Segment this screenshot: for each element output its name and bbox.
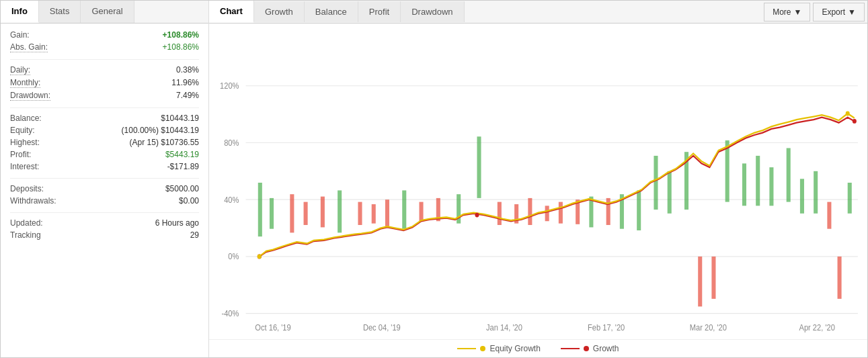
svg-rect-39 [637,190,641,230]
chart-legend: Equity Growth Growth [209,339,867,357]
chart-tab-chart[interactable]: Chart [209,1,254,23]
chart-tab-drawdown[interactable]: Drawdown [401,1,464,22]
equity-value: (100.00%) $10443.19 [122,126,199,135]
svg-point-59 [846,111,850,116]
svg-point-56 [475,213,479,218]
tab-stats[interactable]: Stats [39,1,81,23]
svg-rect-44 [711,257,715,299]
left-panel: Info Stats General Gain: +108.86% Abs. G… [1,1,209,357]
chevron-down-icon: ▼ [794,7,802,17]
tab-info[interactable]: Info [1,1,39,23]
svg-rect-30 [498,202,502,225]
monthly-value: 11.96% [171,78,199,88]
svg-rect-41 [668,171,672,214]
svg-rect-49 [787,148,791,202]
svg-rect-26 [419,202,423,222]
export-button[interactable]: Export ▼ [813,3,865,21]
svg-text:-40%: -40% [221,309,239,319]
svg-text:Mar 20, '20: Mar 20, '20 [690,322,727,332]
svg-rect-32 [528,198,532,225]
profit-value: $5443.19 [165,150,199,159]
legend-equity-growth: Equity Growth [457,344,540,353]
svg-rect-48 [769,167,773,206]
svg-rect-24 [385,199,389,226]
withdrawals-label: Withdrawals: [10,196,56,206]
svg-text:40%: 40% [224,195,239,205]
equity-label: Equity: [10,126,35,135]
tab-general[interactable]: General [81,1,134,23]
daily-value: 0.38% [176,65,199,75]
highest-label: Highest: [10,138,40,147]
svg-point-58 [258,254,262,259]
svg-rect-20 [321,197,325,228]
withdrawals-value: $0.00 [179,196,199,206]
chart-area: .grid-line { stroke: #e8e8e8; stroke-wid… [209,24,867,339]
right-panel: Chart Growth Balance Profit Drawdown Mor… [209,1,867,357]
svg-rect-50 [800,179,804,214]
svg-rect-54 [848,183,852,214]
monthly-label: Monthly: [10,78,40,88]
svg-text:0%: 0% [228,252,239,262]
daily-label: Daily: [10,65,30,75]
tracking-value: 29 [190,230,199,240]
svg-text:80%: 80% [224,138,239,148]
svg-rect-40 [654,156,658,210]
svg-rect-19 [304,202,308,225]
gain-value: +108.86% [163,30,199,40]
more-button[interactable]: More ▼ [764,3,810,21]
balance-value: $10443.19 [161,114,199,123]
equity-growth-label: Equity Growth [489,344,540,353]
tracking-label: Tracking [10,230,41,240]
svg-rect-29 [477,136,481,198]
svg-rect-47 [756,156,760,206]
svg-rect-53 [838,257,842,299]
svg-text:Dec 04, '19: Dec 04, '19 [363,322,401,332]
svg-rect-17 [270,198,274,229]
svg-text:Feb 17, '20: Feb 17, '20 [588,322,625,332]
abs-gain-label: Abs. Gain: [10,42,48,52]
deposits-value: $5000.00 [165,184,199,193]
profit-label: Profit: [10,150,31,159]
chart-tab-growth[interactable]: Growth [254,1,305,22]
interest-value: -$171.89 [167,162,199,171]
equity-growth-dot [480,346,485,351]
gain-label: Gain: [10,30,30,40]
updated-label: Updated: [10,218,43,228]
equity-growth-line [457,348,476,349]
svg-point-57 [853,119,857,124]
svg-rect-34 [559,202,563,224]
svg-rect-16 [258,183,262,236]
chart-svg: .grid-line { stroke: #e8e8e8; stroke-wid… [212,29,865,337]
legend-growth: Growth [561,344,619,353]
svg-rect-33 [545,206,549,221]
chart-tab-balance[interactable]: Balance [305,1,358,22]
svg-rect-45 [725,140,729,202]
highest-value: (Apr 15) $10736.55 [130,138,199,147]
svg-rect-51 [814,171,818,214]
drawdown-label: Drawdown: [10,91,50,101]
svg-text:Apr 22, '20: Apr 22, '20 [799,322,835,332]
svg-rect-25 [402,190,406,228]
growth-label: Growth [593,344,619,353]
svg-rect-23 [372,204,376,224]
chevron-down-icon: ▼ [848,7,856,17]
left-tabs: Info Stats General [1,1,208,24]
updated-value: 6 Hours ago [155,218,199,228]
balance-label: Balance: [10,114,42,123]
svg-text:120%: 120% [220,81,239,91]
svg-text:Jan 14, '20: Jan 14, '20 [486,322,522,332]
svg-text:Oct 16, '19: Oct 16, '19 [255,322,291,332]
chart-tab-profit[interactable]: Profit [358,1,401,22]
growth-line [561,348,580,349]
svg-rect-21 [338,190,342,232]
svg-rect-18 [290,194,294,232]
interest-label: Interest: [10,162,39,171]
growth-dot [584,346,589,351]
drawdown-value: 7.49% [176,91,199,101]
abs-gain-value: +108.86% [163,42,199,52]
svg-rect-46 [742,163,746,206]
svg-rect-52 [827,202,831,229]
info-content: Gain: +108.86% Abs. Gain: +108.86% Daily… [1,24,208,357]
svg-rect-43 [698,257,702,306]
chart-tabs: Chart Growth Balance Profit Drawdown Mor… [209,1,867,24]
